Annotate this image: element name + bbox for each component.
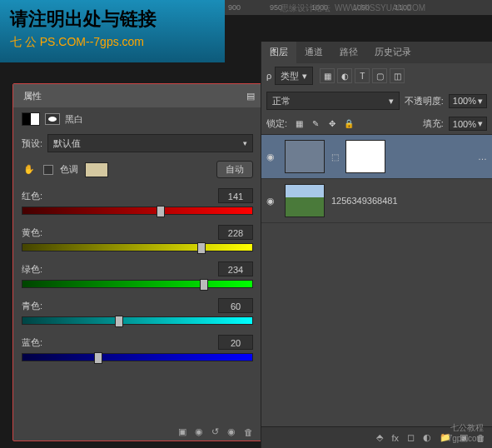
opacity-label: 不透明度:: [405, 95, 444, 107]
filter-smart-icon[interactable]: ◫: [390, 68, 405, 83]
properties-footer: ▣ ◉ ↺ ◉ 🗑: [178, 426, 253, 437]
layer-list: ◉ ⬚ … ◉ 1256349368481: [261, 135, 492, 223]
mask-icon[interactable]: [45, 113, 60, 125]
filter-adjust-icon[interactable]: ◐: [337, 68, 352, 83]
watermark-banner: 请注明出处与链接 七 公 PS.COM--7gps.com: [0, 0, 225, 62]
lock-row: 锁定: ▦ ✎ ✥ 🔒 填充: 100%▾: [261, 113, 492, 135]
add-mask-icon[interactable]: ◻: [407, 432, 415, 443]
tint-swatch[interactable]: [85, 162, 108, 177]
targeted-adjust-icon[interactable]: ✋: [22, 162, 37, 177]
lock-transparent-icon[interactable]: ▦: [292, 117, 306, 131]
panel-tabs: 图层 通道 路径 历史记录: [261, 42, 492, 63]
banner-title: 请注明出处与链接: [10, 7, 215, 32]
fill-input[interactable]: 100%▾: [449, 117, 487, 131]
top-watermark: 思缘设计论坛 WWW.MISSYUAN.COM: [281, 2, 425, 14]
yellow-slider[interactable]: [22, 243, 253, 251]
panel-menu-icon[interactable]: ▤: [246, 91, 255, 102]
red-label: 红色:: [22, 190, 42, 202]
yellow-value[interactable]: 228: [218, 225, 253, 240]
auto-button[interactable]: 自动: [216, 161, 253, 178]
preset-label: 预设:: [22, 137, 42, 150]
adjustment-type-row: 黑白: [13, 107, 261, 131]
eye-icon[interactable]: ◉: [266, 152, 278, 162]
yellow-slider-row: 黄色: 228: [13, 220, 261, 256]
yellow-label: 黄色:: [22, 226, 42, 239]
lock-position-icon[interactable]: ✥: [326, 117, 339, 131]
cyan-slider[interactable]: [22, 316, 253, 325]
clip-icon[interactable]: ▣: [178, 426, 186, 437]
red-value[interactable]: 141: [218, 188, 253, 203]
layer-name[interactable]: 1256349368481: [331, 196, 398, 206]
lock-brush-icon[interactable]: ✎: [309, 117, 322, 131]
cyan-label: 青色:: [22, 300, 42, 312]
blend-row: 正常 不透明度: 100%▾: [261, 88, 492, 113]
link-layers-icon[interactable]: ⬘: [376, 432, 383, 443]
layer-thumb-image[interactable]: [285, 184, 325, 217]
layer-mask-thumb[interactable]: [345, 140, 385, 173]
blue-slider-thumb[interactable]: [94, 352, 102, 364]
preset-row: 预设: 默认值: [13, 131, 261, 156]
blue-slider-row: 蓝色: 20: [13, 330, 261, 366]
tint-row: ✋ 色调 自动: [13, 156, 261, 183]
tab-paths[interactable]: 路径: [331, 42, 366, 63]
blue-value[interactable]: 20: [218, 335, 253, 350]
preset-select[interactable]: 默认值: [47, 134, 253, 152]
green-slider-row: 绿色: 234: [13, 256, 261, 293]
fx-icon[interactable]: fx: [391, 433, 399, 443]
lock-label: 锁定:: [266, 117, 287, 130]
filter-row: ρ 类型▾ ▦ ◐ T ▢ ◫: [261, 63, 492, 88]
banner-subtitle: 七 公 PS.COM--7gps.com: [10, 35, 215, 50]
trash-icon[interactable]: 🗑: [244, 427, 253, 437]
eye-icon[interactable]: ◉: [266, 196, 278, 207]
link-icon[interactable]: ⬚: [331, 152, 339, 162]
red-slider[interactable]: [22, 207, 253, 215]
new-adjustment-icon[interactable]: ◐: [423, 432, 431, 443]
layers-panel: 图层 通道 路径 历史记录 ρ 类型▾ ▦ ◐ T ▢ ◫ 正常 不透明度: 1…: [261, 42, 492, 448]
layer-thumb-adjustment[interactable]: [285, 140, 325, 173]
yellow-slider-thumb[interactable]: [197, 242, 206, 254]
opacity-input[interactable]: 100%▾: [449, 94, 487, 108]
red-slider-row: 红色: 141: [13, 183, 261, 220]
green-slider[interactable]: [22, 280, 253, 288]
blue-label: 蓝色:: [22, 336, 42, 349]
filter-type-select[interactable]: 类型▾: [275, 67, 313, 85]
filter-pixel-icon[interactable]: ▦: [320, 68, 335, 83]
properties-header: 属性 ▤: [13, 84, 261, 107]
properties-panel: 属性 ▤ 黑白 预设: 默认值 ✋ 色调 自动 红色: 141 黄色: 228: [12, 83, 262, 441]
lock-all-icon[interactable]: 🔒: [342, 117, 355, 131]
cyan-slider-row: 青色: 60: [13, 293, 261, 330]
prev-state-icon[interactable]: ◉: [195, 426, 203, 437]
tint-checkbox[interactable]: [43, 165, 53, 175]
tab-layers[interactable]: 图层: [261, 42, 296, 63]
visibility-icon[interactable]: ◉: [227, 426, 236, 437]
green-label: 绿色:: [22, 263, 42, 276]
filter-shape-icon[interactable]: ▢: [372, 68, 387, 83]
cyan-value[interactable]: 60: [218, 298, 253, 313]
filter-type-icon[interactable]: T: [355, 68, 370, 83]
tab-channels[interactable]: 通道: [296, 42, 331, 63]
green-slider-thumb[interactable]: [200, 279, 208, 291]
layer-item-image[interactable]: ◉ 1256349368481: [261, 179, 492, 223]
blend-mode-select[interactable]: 正常: [266, 92, 400, 110]
green-value[interactable]: 234: [218, 261, 253, 276]
tab-history[interactable]: 历史记录: [366, 42, 420, 63]
adjustment-label: 黑白: [65, 113, 83, 126]
properties-title: 属性: [23, 90, 42, 102]
reset-icon[interactable]: ↺: [211, 426, 219, 437]
fill-label: 填充:: [423, 117, 444, 130]
black-white-icon[interactable]: [22, 112, 40, 126]
layer-item-adjustment[interactable]: ◉ ⬚ …: [261, 135, 492, 179]
bottom-watermark: 七公教程 7gps.com: [448, 422, 484, 443]
red-slider-thumb[interactable]: [157, 206, 165, 217]
cyan-slider-thumb[interactable]: [115, 316, 123, 327]
tint-label: 色调: [60, 163, 78, 176]
blue-slider[interactable]: [22, 353, 253, 361]
